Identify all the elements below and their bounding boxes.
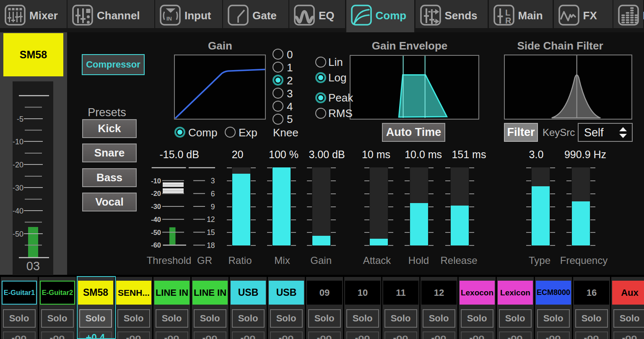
svg-text:-30: -30 bbox=[13, 184, 23, 192]
svg-text:9: 9 bbox=[211, 203, 215, 211]
svg-text:6: 6 bbox=[211, 190, 215, 198]
svg-text:03: 03 bbox=[26, 259, 40, 273]
svg-text:15: 15 bbox=[207, 228, 215, 237]
svg-text:-50: -50 bbox=[151, 229, 161, 236]
svg-text:-40: -40 bbox=[13, 207, 23, 215]
svg-text:-5: -5 bbox=[17, 115, 23, 123]
svg-text:-20: -20 bbox=[151, 190, 161, 197]
svg-text:-10: -10 bbox=[13, 138, 23, 146]
svg-text:12: 12 bbox=[207, 215, 215, 224]
svg-text:18: 18 bbox=[207, 241, 215, 250]
svg-text:-30: -30 bbox=[151, 203, 161, 210]
svg-text:-50: -50 bbox=[13, 230, 23, 238]
svg-text:IN: IN bbox=[166, 16, 172, 22]
svg-text:-10: -10 bbox=[151, 177, 161, 185]
svg-text:-40: -40 bbox=[151, 216, 161, 223]
svg-text:-60: -60 bbox=[151, 241, 161, 249]
svg-text:R: R bbox=[505, 16, 512, 25]
svg-text:3: 3 bbox=[211, 177, 215, 185]
svg-text:-20: -20 bbox=[13, 161, 23, 169]
